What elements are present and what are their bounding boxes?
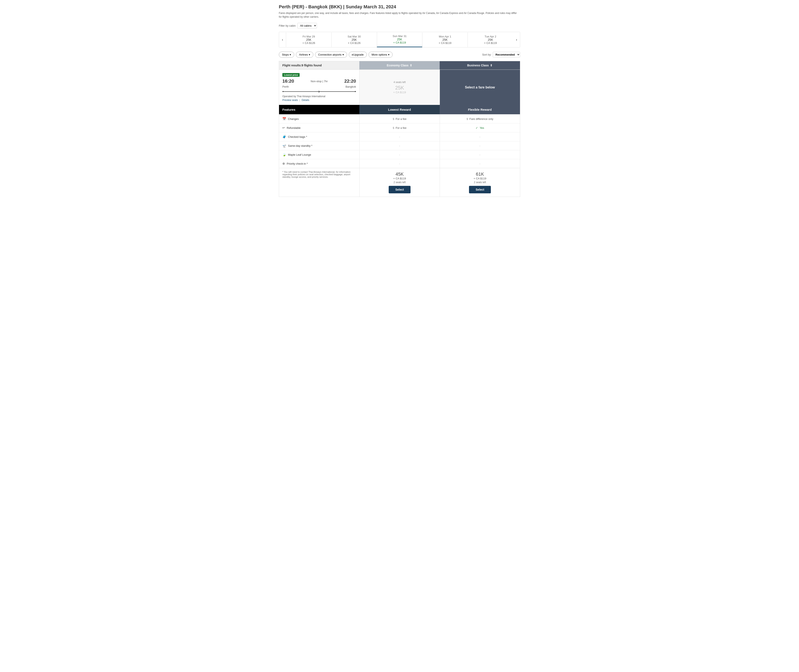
- date-label: Tue Apr 2: [470, 35, 511, 38]
- business-class-label: Business Class: [467, 64, 489, 67]
- feature-priority-label: ⊕ Priority check-in *: [279, 159, 360, 168]
- economy-price-cell: 4 seats left 25K + CA $119: [360, 70, 439, 105]
- flight-links: Preview seats | Details: [282, 99, 356, 102]
- prev-date-arrow[interactable]: ‹: [279, 35, 286, 45]
- date-price: + CA $119: [424, 42, 466, 45]
- date-price: + CA $119: [379, 41, 420, 44]
- check-icon: ✓: [476, 126, 478, 130]
- checked-bags-flexible-value: -: [439, 132, 520, 141]
- flight-destination: Bangkok: [345, 85, 356, 88]
- priority-flexible-value: -: [439, 159, 520, 168]
- date-item-tue-apr-2[interactable]: Tue Apr 2 25K + CA $119: [468, 32, 513, 47]
- features-col-header: Features: [279, 105, 360, 114]
- priority-label: Priority check-in *: [287, 162, 308, 165]
- standby-flexible-value: -: [439, 141, 520, 150]
- dash-icon: -: [479, 144, 480, 147]
- dollar-icon: $: [393, 117, 394, 120]
- date-navigator: ‹ Fri Mar 29 25K + CA $126 Sat Mar 30 25…: [279, 32, 520, 48]
- cabin-filter-label: Filter by cabin: [279, 24, 296, 27]
- flight-operator: Operated by Thai Airways International: [282, 95, 356, 98]
- feature-row-checked-bags: 🧳 Checked bags * - -: [279, 132, 520, 141]
- page-subtitle: Fares displayed are per person, one way,…: [279, 11, 520, 19]
- select-fare-text: Select a fare below: [465, 86, 495, 89]
- airlines-filter-button[interactable]: Airlines ▾: [296, 51, 313, 58]
- lounge-lowest-value: -: [360, 150, 439, 159]
- more-options-filter-button[interactable]: More options ▾: [369, 51, 393, 58]
- changes-flexible-value: $ Fare difference only: [439, 114, 520, 123]
- stops-chevron-icon: ▾: [290, 53, 291, 56]
- feature-checked-bags-label: 🧳 Checked bags *: [279, 132, 360, 141]
- price-selection-row: * You will need to contact Thai Airways …: [279, 168, 520, 197]
- date-points: 25K: [379, 38, 420, 41]
- date-points: 25K: [288, 38, 329, 42]
- page-title: Perth (PER) - Bangkok (BKK) | Sunday Mar…: [279, 4, 520, 10]
- changes-lowest-value: $ For a fee: [360, 114, 439, 123]
- stops-filter-button[interactable]: Stops ▾: [279, 51, 294, 58]
- feature-row-refundable: ↩ Refundable $ For a fee ✓ Yes: [279, 123, 520, 132]
- refundable-label: Refundable: [287, 126, 300, 130]
- economy-class-header[interactable]: Economy Class ⇕: [360, 61, 439, 69]
- date-price: + CA $126: [288, 42, 329, 45]
- dollar-icon: $: [467, 117, 468, 120]
- sort-select[interactable]: Recommended: [493, 52, 520, 58]
- date-price: + CA $119: [470, 42, 511, 45]
- standby-label: Same-day standby *: [288, 144, 312, 147]
- flexible-reward-header: Flexible Reward: [439, 105, 520, 114]
- dash-icon: -: [479, 135, 480, 138]
- flight-arrive-time: 22:20: [344, 78, 356, 84]
- date-item-sat-mar-30[interactable]: Sat Mar 30 25K + CA $126: [331, 32, 377, 47]
- lounge-icon: 🍃: [282, 153, 286, 157]
- date-item-fri-mar-29[interactable]: Fri Mar 29 25K + CA $126: [286, 32, 331, 47]
- feature-row-lounge: 🍃 Maple Leaf Lounge - -: [279, 150, 520, 159]
- business-class-header[interactable]: Business Class ⇕: [439, 61, 520, 69]
- feature-refundable-label: ↩ Refundable: [279, 123, 360, 132]
- more-options-chevron-icon: ▾: [388, 53, 390, 56]
- cabin-filter-bar: Filter by cabin All cabins: [279, 23, 520, 29]
- baggage-icon: 🧳: [282, 135, 286, 139]
- lowest-reward-select-button[interactable]: Select: [389, 186, 411, 194]
- lowest-reward-header: Lowest Reward: [360, 105, 439, 114]
- date-item-mon-apr-1[interactable]: Mon Apr 1 25K + CA $119: [422, 32, 468, 47]
- footnote-text: * You will need to contact Thai Airways …: [279, 168, 360, 197]
- filter-controls: Stops ▾ Airlines ▾ Connection airports ▾…: [279, 51, 520, 58]
- sort-label: Sort by:: [482, 53, 491, 56]
- cabin-filter-select[interactable]: All cabins: [297, 23, 317, 29]
- lowest-reward-price-block: 45K + CA $119 2 seats left Select: [389, 171, 411, 194]
- priority-lowest-value: -: [360, 159, 439, 168]
- standby-lowest-value: -: [360, 141, 439, 150]
- lowest-reward-points: 45K: [389, 171, 411, 177]
- connection-airports-filter-button[interactable]: Connection airports ▾: [315, 51, 347, 58]
- flight-main-row: Lowest price 16:20 Non-stop | 7hr 22:20 …: [279, 70, 520, 105]
- flight-duration: Non-stop | 7hr: [311, 80, 328, 83]
- date-label: Mon Apr 1: [424, 35, 466, 38]
- flexible-reward-cash: + CA $119: [469, 177, 491, 180]
- next-date-arrow[interactable]: ›: [513, 35, 520, 45]
- details-link[interactable]: Details: [302, 99, 309, 102]
- eupgrade-filter-button[interactable]: eUpgrade: [349, 51, 367, 58]
- checked-bags-label: Checked bags *: [288, 135, 307, 138]
- sort-control: Sort by: Recommended: [482, 52, 520, 58]
- flexible-reward-select-button[interactable]: Select: [469, 186, 491, 194]
- dash-icon: -: [399, 153, 400, 156]
- connection-airports-label: Connection airports: [318, 53, 342, 56]
- flight-results-label: Flight results:: [282, 64, 302, 67]
- changes-label: Changes: [288, 117, 299, 120]
- flights-found-count: 9 flights found: [302, 64, 322, 67]
- filter-pills: Stops ▾ Airlines ▾ Connection airports ▾…: [279, 51, 393, 58]
- flight-times: 16:20 Non-stop | 7hr 22:20: [282, 78, 356, 84]
- economy-seats-left: 4 seats left: [393, 81, 406, 84]
- date-item-sun-mar-31[interactable]: Sun Mar 31 25K + CA $119: [377, 32, 422, 47]
- feature-row-changes: 📅 Changes $ For a fee $ Fare difference …: [279, 114, 520, 123]
- date-label: Fri Mar 29: [288, 35, 329, 38]
- flexible-reward-points: 61K: [469, 171, 491, 177]
- feature-changes-label: 📅 Changes: [279, 114, 360, 123]
- preview-seats-link[interactable]: Preview seats: [282, 99, 298, 102]
- flexible-reward-price-block: 61K + CA $119 2 seats left Select: [469, 171, 491, 194]
- flight-card: Lowest price 16:20 Non-stop | 7hr 22:20 …: [279, 70, 520, 197]
- feature-row-priority: ⊕ Priority check-in * - -: [279, 159, 520, 168]
- feature-standby-label: 🛫 Same-day standby *: [279, 141, 360, 150]
- results-flight-header: Flight results:9 flights found: [279, 61, 360, 69]
- feature-row-standby: 🛫 Same-day standby * - -: [279, 141, 520, 150]
- business-chevron-icon: ⇕: [490, 64, 492, 67]
- refundable-lowest-value: $ For a fee: [360, 123, 439, 132]
